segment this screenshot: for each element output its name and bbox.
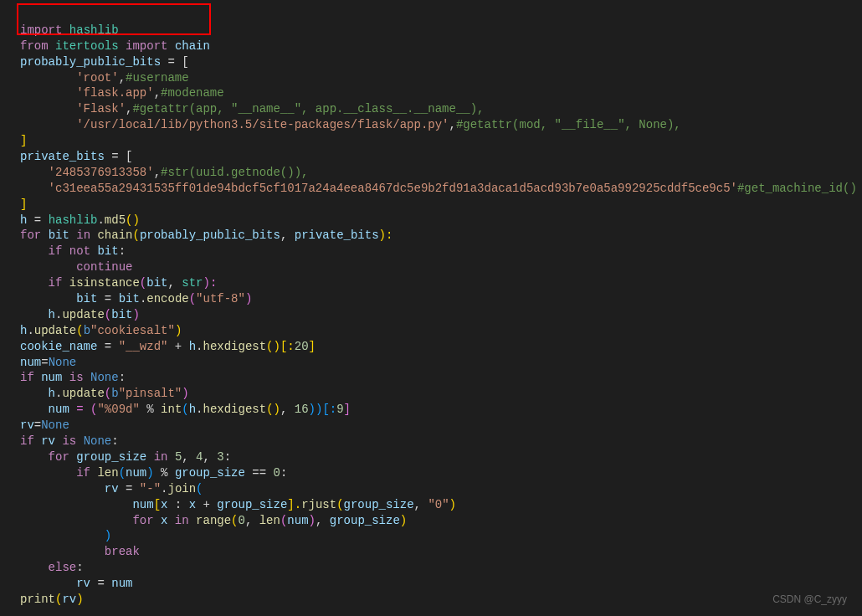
close-bracket: ] xyxy=(20,134,27,147)
keyword-else: else xyxy=(49,561,77,574)
keyword-if: if xyxy=(76,466,90,480)
name-chain: chain xyxy=(175,39,210,53)
func-chain: chain xyxy=(97,228,132,242)
comment-getattr-mod: #getattr(mod, "__file__", None), xyxy=(456,118,681,131)
var-private-bits: private_bits xyxy=(20,150,105,163)
code-editor-view: import hashlib from itertools import cha… xyxy=(20,7,862,616)
module-hashlib: hashlib xyxy=(69,23,119,37)
func-hexdigest: hexdigest xyxy=(203,340,266,353)
keyword-break: break xyxy=(105,545,140,558)
var-num: num xyxy=(20,356,41,369)
var-rv: rv xyxy=(20,418,34,432)
func-int: int xyxy=(161,403,182,416)
string-root: 'root' xyxy=(76,71,118,85)
var-cookie-name: cookie_name xyxy=(20,340,97,353)
var-bit: bit xyxy=(49,228,69,242)
keyword-if: if xyxy=(49,244,63,258)
close-bracket: ] xyxy=(20,198,27,211)
code-content: import hashlib from itertools import cha… xyxy=(20,23,862,608)
comment-getnode: #str(uuid.getnode()), xyxy=(161,166,308,179)
keyword-continue: continue xyxy=(76,260,132,274)
func-md5: md5 xyxy=(105,213,126,227)
keyword-in: in xyxy=(76,228,90,242)
hashlib-ref: hashlib xyxy=(49,213,98,227)
func-encode: encode xyxy=(146,292,188,305)
module-itertools: itertools xyxy=(55,39,119,53)
func-update: update xyxy=(34,324,76,337)
type-str: str xyxy=(182,276,203,290)
none-literal: None xyxy=(49,356,77,369)
string-path: '/usr/local/lib/python3.5/site-packages/… xyxy=(76,118,449,131)
comment-modename: #modename xyxy=(161,86,224,100)
comment-getattr: #getattr(app, "__name__", app.__class__.… xyxy=(132,102,484,116)
keyword-import: import xyxy=(126,39,167,53)
comment-username: #username xyxy=(126,71,189,85)
var-group-size: group_size xyxy=(76,450,146,464)
keyword-not: not xyxy=(69,244,90,258)
keyword-if: if xyxy=(49,276,63,290)
keyword-if: if xyxy=(20,371,34,384)
string-flaskapp: 'flask.app' xyxy=(76,86,153,100)
func-range: range xyxy=(196,514,231,527)
string-machine-id: 'c31eea55a29431535ff01de94bdcf5cf1017a24… xyxy=(49,182,737,195)
func-isinstance: isinstance xyxy=(69,276,140,290)
var-public-bits: probably_public_bits xyxy=(20,55,161,69)
func-join: join xyxy=(167,482,196,495)
keyword-for: for xyxy=(49,450,69,464)
func-print: print xyxy=(20,593,55,606)
keyword-is: is xyxy=(69,371,84,384)
keyword-if: if xyxy=(20,434,34,448)
func-len: len xyxy=(97,466,118,480)
string-flask: 'Flask' xyxy=(76,102,126,116)
string-uuid: '2485376913358' xyxy=(49,166,154,179)
comment-machine-id: #get_machine_id() xyxy=(737,182,857,195)
func-rjust: rjust xyxy=(301,498,336,511)
func-update: update xyxy=(62,308,104,321)
keyword-import: import xyxy=(20,23,62,37)
keyword-from: from xyxy=(20,39,49,53)
keyword-for: for xyxy=(20,228,41,242)
watermark-text: CSDN @C_zyyy xyxy=(772,593,847,606)
keyword-for: for xyxy=(132,514,153,527)
